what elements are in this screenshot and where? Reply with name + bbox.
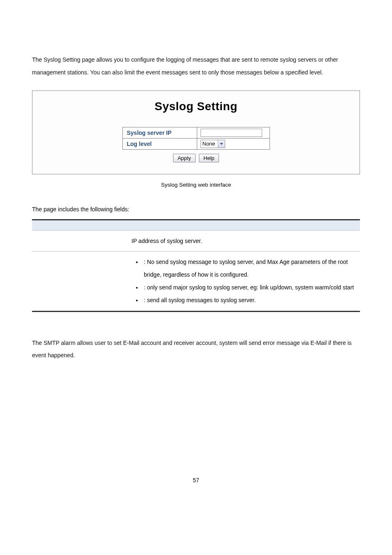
fields-table: IP address of syslog server. : No send s… — [32, 219, 360, 312]
help-button[interactable]: Help — [199, 154, 219, 162]
label-log-level: Log level — [122, 138, 197, 149]
log-level-selected-value: None — [201, 140, 218, 148]
settings-form-table: Syslog server IP Log level None — [122, 127, 270, 150]
row-log-level: Log level None — [122, 138, 270, 149]
intro-paragraph-2: The SMTP alarm allows user to set E-Mail… — [32, 337, 360, 362]
apply-button[interactable]: Apply — [173, 154, 196, 162]
intro-paragraph-1: The Syslog Setting page allows you to co… — [32, 53, 360, 79]
fields-intro: The page includes the following fields: — [32, 206, 360, 213]
list-item: : send all syslog messages to syslog ser… — [142, 294, 356, 307]
table-row: IP address of syslog server. — [32, 230, 360, 252]
figure-title: Syslog Setting — [32, 100, 360, 113]
page-number: 57 — [32, 477, 360, 483]
syslog-setting-figure: Syslog Setting Syslog server IP Log leve… — [32, 90, 360, 174]
table-row: : No send syslog message to syslog serve… — [32, 252, 360, 311]
fields-table-header — [32, 220, 360, 231]
list-item: : No send syslog message to syslog serve… — [142, 256, 356, 281]
row-syslog-server-ip: Syslog server IP — [122, 127, 270, 138]
list-item: : only send major syslog to syslog serve… — [142, 281, 356, 294]
desc-syslog-server-ip: IP address of syslog server. — [131, 230, 360, 252]
figure-caption: Syslog Setting web interface — [32, 182, 360, 188]
syslog-server-ip-input[interactable] — [201, 129, 262, 137]
log-level-options-list: : No send syslog message to syslog serve… — [131, 256, 356, 306]
chevron-down-icon — [218, 140, 225, 148]
label-syslog-server-ip: Syslog server IP — [122, 127, 197, 138]
log-level-select[interactable]: None — [201, 140, 225, 148]
